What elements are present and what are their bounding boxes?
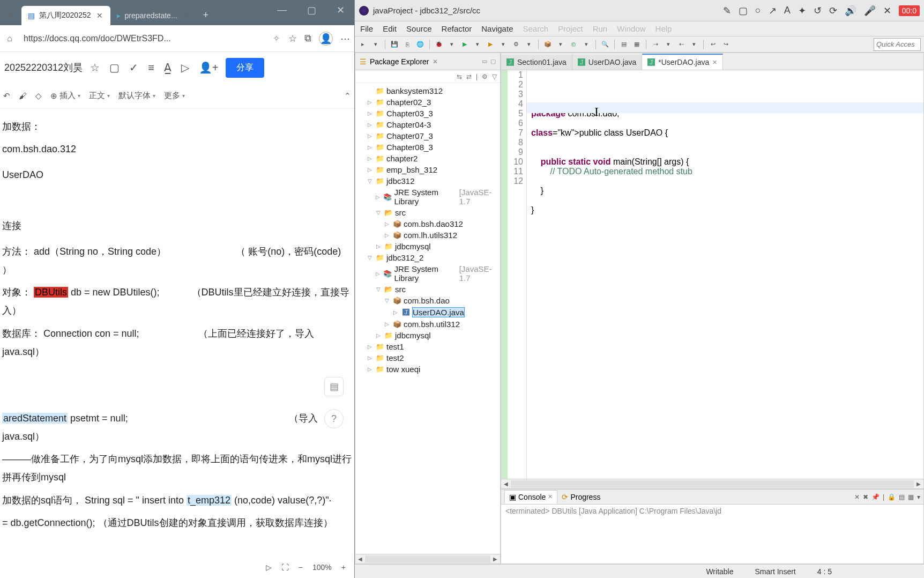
filter-icon[interactable]: ▤ (619, 40, 629, 49)
close-icon[interactable]: ✕ (883, 5, 891, 17)
chevron-icon[interactable]: ▷ (366, 344, 374, 350)
body-menu[interactable]: 正文 ▾ (89, 91, 110, 101)
menu-search[interactable]: Search (523, 24, 548, 33)
open-icon[interactable]: ▦ (908, 493, 914, 501)
editor-tab-2[interactable]: 🅹*UserDAO.java✕ (642, 54, 723, 70)
chevron-icon[interactable]: ▽ (366, 255, 374, 261)
debug-icon[interactable]: 🐞 (434, 40, 444, 49)
menu-source[interactable]: Source (406, 24, 432, 33)
more-icon[interactable]: ⋯ (340, 33, 350, 45)
chevron-icon[interactable]: ▷ (375, 271, 381, 277)
play-icon[interactable]: ▷ (181, 61, 189, 74)
zoom-in-button[interactable]: + (341, 563, 346, 572)
new-pkg-icon[interactable]: 📦 (543, 40, 553, 49)
tree-item[interactable]: ▷📦com.bsh.util312 (355, 318, 500, 330)
tree-item[interactable]: 📁banksystem312 (355, 85, 500, 97)
share-button[interactable]: 分享 (226, 58, 264, 78)
display-icon[interactable]: ▤ (899, 493, 905, 501)
minimize-button[interactable]: — (272, 2, 292, 18)
close-icon[interactable]: ✕ (95, 11, 104, 20)
close-button[interactable]: ✕ (331, 2, 350, 18)
next-icon[interactable]: ⇢ (651, 40, 660, 49)
run-ext-icon[interactable]: ▶ (486, 40, 495, 49)
chevron-icon[interactable]: ▷ (366, 99, 374, 105)
mic-icon[interactable]: 🎤 (864, 5, 876, 17)
scroll-lock-icon[interactable]: 🔒 (888, 493, 896, 501)
progress-tab[interactable]: ⟳Progress (557, 491, 605, 503)
menu-icon[interactable]: ≡ (148, 62, 154, 74)
tree-item[interactable]: ▷📁Chapter07_3 (355, 130, 500, 142)
browser-tab-1[interactable]: ▤ 第八周2020252 ✕ (21, 6, 110, 25)
home-icon[interactable]: ⌂ (4, 34, 15, 43)
tree-item[interactable]: ▷📦com.lh.utils312 (355, 229, 500, 241)
console-tab[interactable]: ▣Console✕ (504, 490, 557, 504)
ext-tools-icon[interactable]: ⚙ (511, 40, 521, 49)
pencil-icon[interactable]: ✎ (723, 5, 731, 17)
chevron-icon[interactable]: ▷ (366, 122, 374, 128)
chevron-icon[interactable]: ▷ (366, 366, 374, 372)
chevron-icon[interactable]: ▷ (366, 133, 374, 139)
close-icon[interactable]: ✕ (712, 59, 717, 66)
fwd-icon[interactable]: ↪ (721, 40, 731, 49)
chevron-icon[interactable]: ▷ (383, 221, 391, 227)
play-icon[interactable]: ▷ (266, 563, 272, 572)
text-style-icon[interactable]: A̲ (164, 61, 172, 74)
maximize-icon[interactable]: ▢ (490, 58, 496, 65)
collapse-icon[interactable]: ⇆ (457, 73, 462, 80)
close-icon[interactable]: ✕ (182, 11, 190, 20)
url-input[interactable]: https://docs.qq.com/doc/DWEtrS3FD...✧ (20, 30, 283, 47)
browser-tab-0[interactable]: ✕ (0, 6, 21, 25)
save-all-icon[interactable]: ⎘ (403, 40, 412, 49)
editor-tab-0[interactable]: 🅹Section01.java (501, 55, 572, 70)
chevron-icon[interactable]: ▷ (392, 309, 399, 315)
undo-icon[interactable]: ↶ (3, 91, 10, 101)
tree-item[interactable]: ▷📁jdbcmysql (355, 241, 500, 252)
tree-item[interactable]: ▷📁chapter02_3 (355, 97, 500, 108)
tree-item[interactable]: ▷📁chapter2 (355, 153, 500, 164)
prev-icon[interactable]: ⇠ (676, 40, 686, 49)
tree-item[interactable]: ▷📦com.bsh.dao312 (355, 218, 500, 229)
outline-icon[interactable]: ▦ (632, 40, 642, 49)
clear-icon[interactable]: ✕ (854, 493, 860, 501)
chevron-icon[interactable]: ▽ (375, 286, 382, 292)
speaker-icon[interactable]: 🔊 (845, 5, 856, 17)
chevron-icon[interactable]: ▷ (366, 167, 374, 173)
globe-icon[interactable]: 🌐 (415, 40, 425, 49)
insert-menu[interactable]: ⊕ 插入 ▾ (50, 91, 80, 101)
menu-run[interactable]: Run (593, 24, 608, 33)
collapse-icon[interactable]: ⌃ (344, 91, 351, 101)
tree-item[interactable]: ▽📂src (355, 284, 500, 295)
close-icon[interactable]: ✕ (6, 11, 15, 20)
project-tree[interactable]: 📁banksystem312▷📁chapter02_3▷📁Chapter03_3… (355, 83, 500, 554)
link-icon[interactable]: ⇄ (466, 73, 472, 80)
refresh-icon[interactable]: ⟳ (829, 5, 837, 17)
menu-window[interactable]: Window (617, 24, 645, 33)
square-icon[interactable]: ▢ (739, 5, 748, 17)
code-editor[interactable]: 123456789101112 I package com.bsh.dao; c… (501, 70, 923, 479)
h-scrollbar[interactable]: ◀▶ (355, 554, 500, 564)
tree-item[interactable]: ▽📦com.bsh.dao (355, 295, 500, 306)
chevron-icon[interactable]: ▷ (383, 232, 391, 238)
filter-icon[interactable]: ⚙ (482, 73, 488, 80)
tree-item[interactable]: ▷📚JRE System Library [JavaSE-1.7 (355, 263, 500, 284)
menu-help[interactable]: Help (655, 24, 672, 33)
close-icon[interactable]: ✕ (433, 58, 438, 65)
run-icon[interactable]: ▶ (460, 40, 470, 49)
tree-item[interactable]: ▷📁tow xueqi (355, 364, 500, 375)
doc-content[interactable]: 加数据： com.bsh.dao.312 UserDAO 连接 方法： add（… (0, 109, 354, 557)
undo-icon[interactable]: ↺ (814, 5, 822, 17)
chevron-icon[interactable]: ▷ (375, 332, 382, 338)
chevron-icon[interactable]: ▽ (383, 298, 391, 303)
wand-icon[interactable]: ✦ (798, 5, 806, 17)
quick-access-input[interactable] (874, 38, 921, 51)
tree-item[interactable]: ▷📁test1 (355, 341, 500, 352)
chevron-icon[interactable]: ▷ (375, 194, 381, 200)
tree-item[interactable]: ▷📁emp_bsh_312 (355, 164, 500, 175)
chevron-icon[interactable]: ▽ (366, 178, 374, 184)
font-menu[interactable]: 默认字体 ▾ (118, 91, 155, 101)
folder-icon[interactable]: ▢ (109, 61, 120, 74)
circle-icon[interactable]: ○ (755, 5, 761, 16)
tree-item[interactable]: ▷📁Chapter04-3 (355, 119, 500, 130)
menu-file[interactable]: File (360, 24, 373, 33)
menu-icon[interactable]: ▽ (492, 73, 497, 80)
